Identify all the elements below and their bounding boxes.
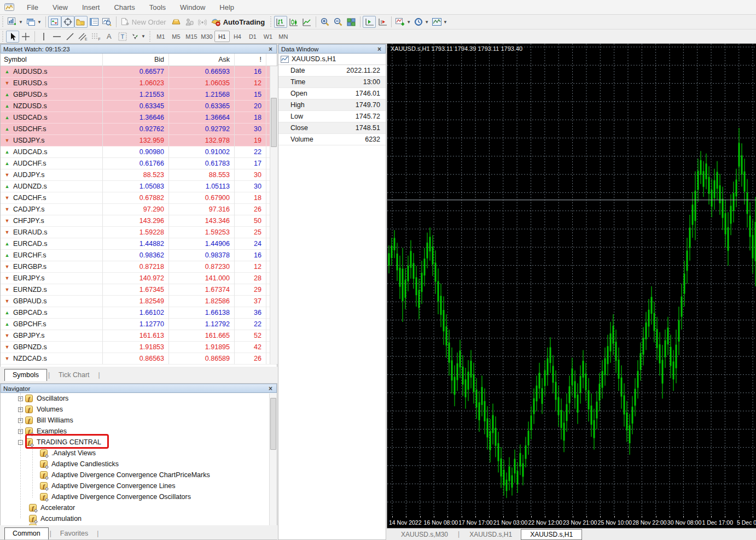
chevron-down-icon[interactable]: ▼ xyxy=(424,20,429,25)
close-icon[interactable]: × xyxy=(376,46,383,52)
chart-tab-0[interactable]: XAUUSD.s,M30 xyxy=(392,530,457,539)
table-row[interactable]: ▲USDCAD.s1.366461.3666418 xyxy=(1,112,277,124)
table-row[interactable]: ▼CHFJPY.s143.296143.34650 xyxy=(1,215,277,227)
tree-item[interactable]: f.Analyst Views xyxy=(1,448,277,459)
menu-charts[interactable]: Charts xyxy=(107,1,142,14)
toolbar-grip[interactable] xyxy=(148,31,152,42)
terminal-toggle[interactable] xyxy=(88,16,101,28)
scrollbar-thumb[interactable] xyxy=(270,398,276,450)
auto-scroll-button[interactable] xyxy=(363,16,376,28)
timeframe-m1[interactable]: M1 xyxy=(153,31,168,42)
chart-tab-1[interactable]: XAUUSD.s,H1 xyxy=(461,530,521,539)
scrollbar-thumb[interactable] xyxy=(271,98,277,147)
tree-item[interactable]: +fBill Williams xyxy=(1,415,277,426)
tree-item[interactable]: -fTRADING CENTRAL xyxy=(1,437,277,448)
profiles-button[interactable]: ▼ xyxy=(25,16,43,28)
data-window-toggle[interactable] xyxy=(61,16,74,28)
table-row[interactable]: ▲NZDUSD.s0.633450.6336520 xyxy=(1,101,277,112)
timeframe-h1[interactable]: H1 xyxy=(214,31,230,42)
new-order-button[interactable]: New Order xyxy=(119,16,170,28)
column-header-symbol[interactable]: Symbol xyxy=(1,56,102,63)
tree-item[interactable]: fAdaptive Divergence Convergence ChartPr… xyxy=(1,469,277,480)
chart-tab-2[interactable]: XAUUSD.s,H1 xyxy=(521,529,582,540)
table-row[interactable]: ▲GBPCHF.s1.127701.1279222 xyxy=(1,319,277,330)
market-watch-scrollbar[interactable] xyxy=(270,66,277,364)
table-row[interactable]: ▼EURGBP.s0.872180.8723012 xyxy=(1,261,277,273)
table-row[interactable]: ▲USDCHF.s0.927620.9279230 xyxy=(1,124,277,135)
close-icon[interactable]: × xyxy=(267,385,274,392)
metaeditor-button[interactable] xyxy=(170,16,183,28)
zoom-in-button[interactable] xyxy=(318,16,332,28)
strategy-tester-button[interactable] xyxy=(101,16,114,28)
table-row[interactable]: ▼USDJPY.s132.959132.97819 xyxy=(1,135,277,146)
trendline-tool[interactable] xyxy=(63,31,77,43)
tile-windows-button[interactable] xyxy=(345,16,358,28)
cursor-tool[interactable] xyxy=(6,31,19,43)
timeframe-m30[interactable]: M30 xyxy=(199,31,214,42)
timeframe-h4[interactable]: H4 xyxy=(230,31,245,42)
menu-window[interactable]: Window xyxy=(173,1,212,14)
table-row[interactable]: ▲AUDNZD.s1.050831.0511330 xyxy=(1,181,277,192)
tab-common[interactable]: Common xyxy=(4,527,49,539)
market-watch-toggle[interactable] xyxy=(48,16,61,28)
menu-view[interactable]: View xyxy=(45,1,75,14)
table-row[interactable]: ▼GBPAUD.s1.825491.8258637 xyxy=(1,296,277,307)
chevron-down-icon[interactable]: ▼ xyxy=(443,20,447,25)
tree-item[interactable]: fAdaptive Divergence Convergence Lines xyxy=(1,480,277,491)
table-row[interactable]: ▲GBPUSD.s1.215531.2156815 xyxy=(1,89,277,101)
tab-favorites[interactable]: Favorites xyxy=(53,528,96,539)
line-chart-button[interactable] xyxy=(300,16,313,28)
tab-symbols[interactable]: Symbols xyxy=(4,369,47,381)
table-row[interactable]: ▲AUDCHF.s0.617660.6178317 xyxy=(1,158,277,169)
zoom-out-button[interactable] xyxy=(332,16,345,28)
column-header-bid[interactable]: Bid xyxy=(102,56,168,63)
label-tool[interactable]: T xyxy=(116,31,129,43)
table-row[interactable]: ▲GBPCAD.s1.661021.6613836 xyxy=(1,307,277,319)
tree-item[interactable]: fAdaptive Divergence Convergence Oscilla… xyxy=(1,491,277,502)
signal-button[interactable] xyxy=(196,16,209,28)
indicators-button[interactable]: ▼ xyxy=(394,16,412,28)
tree-item[interactable]: +fOscillators xyxy=(1,393,277,404)
chevron-down-icon[interactable]: ▼ xyxy=(19,20,23,25)
chevron-down-icon[interactable]: ▼ xyxy=(406,20,411,25)
tree-item[interactable]: fAdaptive Candlesticks xyxy=(1,459,277,469)
chart-area[interactable]: XAUUSD.s,H1 1793.11 1794.39 1793.11 1793… xyxy=(387,44,756,516)
vertical-line-tool[interactable] xyxy=(37,31,50,43)
toolbar-grip[interactable] xyxy=(1,16,5,27)
column-header-alert[interactable]: ! xyxy=(234,56,266,63)
tree-item[interactable]: +fExamples xyxy=(1,426,277,437)
toolbar-grip[interactable] xyxy=(1,31,5,42)
table-row[interactable]: ▼NZDCAD.s0.865630.8658926 xyxy=(1,353,277,365)
periods-button[interactable]: ▼ xyxy=(412,16,431,28)
table-row[interactable]: ▲AUDCAD.s0.909800.9100222 xyxy=(1,146,277,158)
timeframe-w1[interactable]: W1 xyxy=(260,31,276,42)
table-row[interactable]: ▲EURCAD.s1.448821.4490624 xyxy=(1,238,277,250)
menu-file[interactable]: File xyxy=(20,1,45,14)
timeframe-d1[interactable]: D1 xyxy=(245,31,260,42)
tree-item[interactable]: fAccumulation xyxy=(1,513,277,524)
table-row[interactable]: ▼GBPJPY.s161.613161.66552 xyxy=(1,330,277,342)
tab-tick-chart[interactable]: Tick Chart xyxy=(51,369,97,381)
tree-item[interactable]: fAccelerator xyxy=(1,502,277,513)
chart-shift-button[interactable] xyxy=(376,16,389,28)
community-button[interactable] xyxy=(183,16,196,28)
table-row[interactable]: ▼EURAUD.s1.592281.5925325 xyxy=(1,227,277,238)
channel-tool[interactable]: E xyxy=(77,31,90,43)
table-row[interactable]: ▼CADJPY.s97.29097.31626 xyxy=(1,204,277,215)
crosshair-tool[interactable] xyxy=(19,31,32,43)
fibonacci-tool[interactable]: F xyxy=(90,31,103,43)
timeframe-mn[interactable]: MN xyxy=(276,31,291,42)
menu-help[interactable]: Help xyxy=(212,1,241,14)
arrows-tool[interactable]: ▼ xyxy=(129,31,147,43)
column-header-ask[interactable]: Ask xyxy=(168,56,234,63)
tree-item[interactable]: +fVolumes xyxy=(1,404,277,415)
table-row[interactable]: ▼CADCHF.s0.678820.6790018 xyxy=(1,192,277,204)
timeframe-m15[interactable]: M15 xyxy=(184,31,199,42)
table-row[interactable]: ▼EURNZD.s1.673451.6737429 xyxy=(1,284,277,296)
menu-insert[interactable]: Insert xyxy=(75,1,107,14)
bar-chart-button[interactable] xyxy=(274,16,287,28)
chevron-down-icon[interactable]: ▼ xyxy=(37,20,42,25)
table-row[interactable]: ▼EURUSD.s1.060231.0603512 xyxy=(1,78,277,89)
new-chart-button[interactable]: ▼ xyxy=(6,16,25,28)
text-tool[interactable]: A xyxy=(103,31,116,43)
